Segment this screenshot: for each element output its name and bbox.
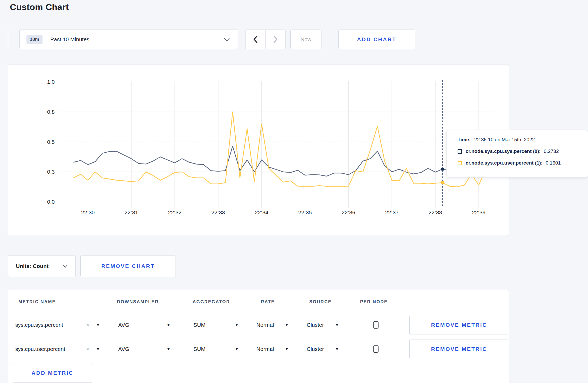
column-header: METRIC NAME: [18, 299, 56, 304]
table-row: sys.cpu.user.percent×▼AVG▼SUM▼Normal▼Clu…: [8, 337, 509, 361]
x-tick-label: 22:35: [298, 209, 312, 215]
series-line-user[interactable]: [73, 112, 486, 187]
x-tick-label: 22:39: [472, 209, 486, 215]
column-header: RATE: [261, 299, 275, 304]
chevron-down-icon: [63, 265, 68, 268]
source-select[interactable]: Cluster: [307, 322, 324, 328]
sys-series-swatch-icon: [458, 149, 462, 154]
downsampler-select[interactable]: AVG: [118, 322, 129, 328]
tooltip-series-row: cr.node.sys.cpu.user.percent (1): 0.1601: [458, 160, 583, 166]
hover-point-user: [441, 181, 444, 184]
tooltip-time-label: Time:: [458, 137, 471, 143]
remove-chart-button[interactable]: REMOVE CHART: [80, 255, 176, 277]
x-tick-label: 22:32: [168, 209, 182, 215]
chart-tooltip: Time: 22:38:10 on Mar 15th, 2022 cr.node…: [446, 130, 588, 178]
chevron-left-icon: [253, 36, 258, 43]
metric-name-dropdown-arrow-icon[interactable]: ▼: [96, 323, 100, 327]
x-tick-label: 22:31: [124, 209, 138, 215]
metric-name-dropdown-arrow-icon[interactable]: ▼: [96, 347, 100, 351]
aggregator-arrow-icon[interactable]: ▼: [235, 347, 239, 351]
remove-metric-x-icon[interactable]: ×: [86, 321, 89, 329]
toolbar-divider: [8, 30, 8, 49]
page-title: Custom Chart: [10, 2, 69, 12]
source-arrow-icon[interactable]: ▼: [335, 323, 339, 327]
remove-metric-x-icon[interactable]: ×: [86, 345, 89, 353]
x-tick-label: 22:34: [255, 209, 269, 215]
next-time-button[interactable]: [265, 30, 286, 49]
y-tick-label: 1.0: [47, 79, 55, 85]
downsampler-arrow-icon[interactable]: ▼: [167, 323, 170, 327]
x-tick-label: 22:30: [81, 209, 95, 215]
metric-name-value: sys.cpu.sys.percent: [15, 322, 63, 328]
column-header: SOURCE: [309, 299, 332, 304]
prev-time-button[interactable]: [246, 30, 265, 49]
tooltip-series-label: cr.node.sys.cpu.sys.percent (0):: [466, 148, 541, 154]
tooltip-series-label: cr.node.sys.cpu.user.percent (1):: [466, 160, 543, 166]
rate-select[interactable]: Normal: [256, 346, 274, 352]
hover-point-sys: [441, 168, 444, 171]
user-series-swatch-icon: [458, 161, 462, 165]
tooltip-series-row: cr.node.sys.cpu.sys.percent (0): 0.2732: [458, 148, 583, 154]
aggregator-arrow-icon[interactable]: ▼: [235, 323, 239, 327]
rate-select[interactable]: Normal: [256, 322, 274, 328]
source-arrow-icon[interactable]: ▼: [335, 347, 339, 351]
tooltip-series-value: 0.1601: [546, 160, 561, 166]
units-label: Units: Count: [16, 263, 48, 269]
chevron-right-icon: [273, 36, 278, 43]
time-range-label: Past 10 Minutes: [50, 36, 89, 42]
y-tick-label: 0.0: [47, 199, 55, 205]
time-range-dropdown[interactable]: 10m Past 10 Minutes: [19, 30, 238, 49]
remove-metric-button[interactable]: REMOVE METRIC: [409, 339, 509, 359]
aggregator-select[interactable]: SUM: [193, 346, 206, 352]
remove-metric-button[interactable]: REMOVE METRIC: [409, 315, 509, 335]
per-node-checkbox[interactable]: [373, 345, 379, 353]
aggregator-select[interactable]: SUM: [193, 322, 206, 328]
time-nav-group: [245, 30, 286, 49]
per-node-checkbox[interactable]: [373, 321, 379, 329]
add-metric-button[interactable]: ADD METRIC: [13, 363, 92, 383]
tooltip-time-value: 22:38:10 on Mar 15th, 2022: [474, 137, 535, 143]
column-header: DOWNSAMPLER: [117, 299, 159, 304]
source-select[interactable]: Cluster: [307, 346, 324, 352]
y-tick-label: 0.5: [47, 139, 55, 145]
downsampler-arrow-icon[interactable]: ▼: [167, 347, 170, 351]
chevron-down-icon: [224, 38, 230, 41]
rate-arrow-icon[interactable]: ▼: [285, 347, 289, 351]
metrics-table: METRIC NAMEDOWNSAMPLERAGGREGATORRATESOUR…: [8, 290, 509, 383]
add-chart-button[interactable]: ADD CHART: [338, 30, 415, 49]
downsampler-select[interactable]: AVG: [118, 346, 129, 352]
x-tick-label: 22:37: [385, 209, 399, 215]
tooltip-series-value: 0.2732: [544, 148, 559, 154]
chart-panel: 0.00.30.50.81.022:3022:3122:3222:3322:34…: [8, 64, 509, 236]
column-header: AGGREGATOR: [193, 299, 230, 304]
tooltip-time-row: Time: 22:38:10 on Mar 15th, 2022: [458, 137, 583, 143]
timeseries-chart[interactable]: 0.00.30.50.81.022:3022:3122:3222:3322:34…: [8, 65, 509, 236]
column-header: PER NODE: [360, 299, 388, 304]
now-button[interactable]: Now: [290, 30, 321, 49]
x-tick-label: 22:36: [342, 209, 355, 215]
units-dropdown[interactable]: Units: Count: [8, 255, 76, 277]
metric-name-value: sys.cpu.user.percent: [15, 346, 65, 352]
table-row: sys.cpu.sys.percent×▼AVG▼SUM▼Normal▼Clus…: [8, 313, 509, 337]
x-tick-label: 22:33: [211, 209, 225, 215]
y-tick-label: 0.8: [47, 109, 55, 115]
y-tick-label: 0.3: [47, 169, 55, 175]
rate-arrow-icon[interactable]: ▼: [285, 323, 289, 327]
time-range-badge: 10m: [26, 35, 43, 44]
x-tick-label: 22:38: [429, 209, 442, 215]
